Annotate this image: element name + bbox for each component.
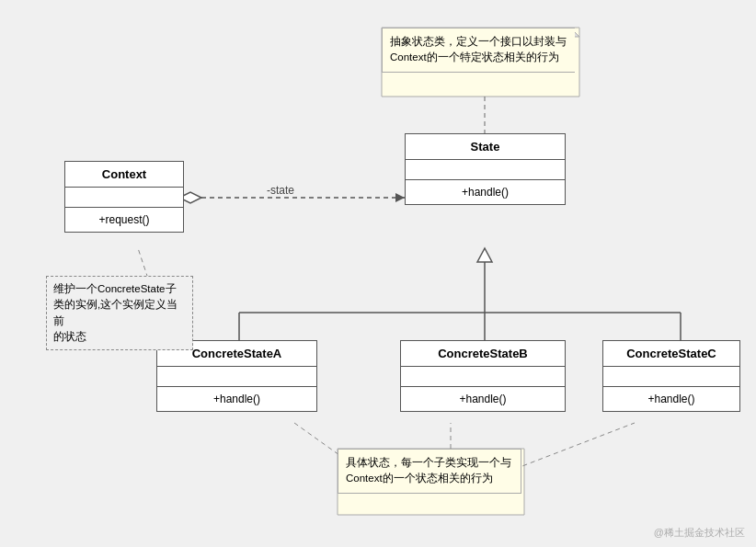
concrete-a-class: ConcreteStateA +handle()	[156, 340, 317, 412]
concrete-c-name: ConcreteStateC	[603, 341, 739, 367]
watermark: @稀土掘金技术社区	[654, 526, 745, 540]
association-label: -state	[267, 184, 294, 197]
concrete-b-section1	[401, 367, 565, 387]
concrete-note: 具体状态，每一个子类实现一个与 Context的一个状态相关的行为	[338, 449, 521, 494]
concrete-c-method: +handle()	[603, 387, 739, 411]
concrete-a-section1	[157, 367, 316, 387]
concrete-a-method: +handle()	[157, 387, 316, 411]
concrete-b-name: ConcreteStateB	[401, 341, 565, 367]
context-class-name: Context	[65, 162, 183, 188]
concrete-b-method: +handle()	[401, 387, 565, 411]
state-note: 抽象状态类，定义一个接口以封装与 Context的一个特定状态相关的行为	[382, 28, 579, 73]
state-section1	[406, 160, 565, 180]
svg-line-16	[515, 423, 635, 469]
concrete-b-class: ConcreteStateB +handle()	[400, 340, 566, 412]
context-method: +request()	[65, 208, 183, 232]
concrete-c-section1	[603, 367, 739, 387]
svg-marker-13	[477, 248, 492, 262]
state-method: +handle()	[406, 180, 565, 204]
concrete-note-text: 具体状态，每一个子类实现一个与 Context的一个状态相关的行为	[346, 457, 511, 484]
context-note-text: 维护一个ConcreteState子 类的实例,这个实例定义当前 的状态	[53, 283, 178, 342]
diagram-area: 抽象状态类，定义一个接口以封装与 Context的一个特定状态相关的行为 Con…	[0, 0, 756, 547]
state-class: State +handle()	[405, 133, 566, 205]
state-class-name: State	[406, 134, 565, 160]
context-class: Context +request()	[64, 161, 184, 233]
context-note: 维护一个ConcreteState子 类的实例,这个实例定义当前 的状态	[46, 276, 193, 350]
state-note-text: 抽象状态类，定义一个接口以封装与 Context的一个特定状态相关的行为	[390, 36, 567, 63]
concrete-c-class: ConcreteStateC +handle()	[602, 340, 740, 412]
context-section1	[65, 188, 183, 208]
svg-marker-7	[395, 193, 405, 202]
